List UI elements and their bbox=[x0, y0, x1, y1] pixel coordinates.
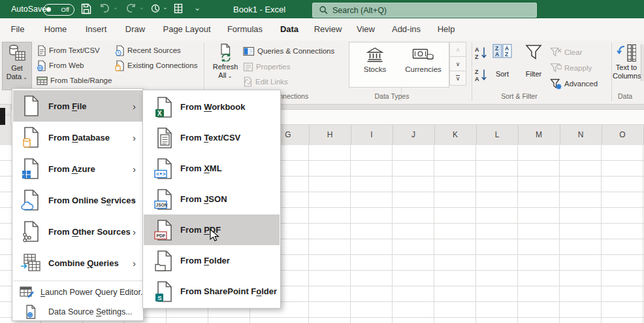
reapply-filter-button: Reapply bbox=[550, 61, 592, 75]
tab-formulas[interactable]: Formulas bbox=[227, 18, 263, 39]
menu-item-combine-queries[interactable]: Combine Queries › bbox=[13, 247, 142, 279]
workbook-file-icon: X bbox=[153, 96, 175, 118]
tab-home[interactable]: Home bbox=[44, 18, 67, 39]
submenu-item-from-xml[interactable]: <•> From XML bbox=[144, 153, 280, 184]
filter-button[interactable]: Filter bbox=[520, 42, 547, 89]
data-source-settings-icon bbox=[20, 305, 42, 319]
tab-data[interactable]: Data bbox=[280, 18, 298, 39]
from-web-button[interactable]: From Web bbox=[37, 59, 84, 72]
svg-text:A: A bbox=[475, 76, 479, 82]
submenu-item-from-sharepoint-folder[interactable]: S From SharePoint Folder bbox=[144, 276, 280, 307]
group-separator bbox=[611, 42, 612, 101]
menu-item-from-azure[interactable]: From Azure › bbox=[13, 153, 142, 184]
filter-funnel-icon bbox=[520, 44, 547, 62]
column-header-o[interactable]: O bbox=[602, 125, 644, 144]
svg-text:X: X bbox=[157, 110, 162, 117]
submenu-arrow-icon: › bbox=[133, 195, 136, 206]
excel-window: AutoSave Off ⌄ ⌄ ⌄ ⌄ Book1 - Excel Searc… bbox=[0, 0, 644, 323]
ttc-label-1: Text to bbox=[613, 63, 640, 72]
get-data-menu: From File › From Database › From Azure ›… bbox=[12, 88, 144, 321]
filter-label: Filter bbox=[520, 70, 547, 78]
gallery-scroll-down-icon[interactable]: ∨ bbox=[449, 56, 466, 71]
folder-file-icon bbox=[153, 250, 175, 272]
column-header-l[interactable]: L bbox=[476, 125, 519, 144]
submenu-arrow-icon: › bbox=[133, 258, 136, 269]
properties-icon bbox=[243, 62, 253, 72]
tab-view[interactable]: View bbox=[357, 18, 375, 39]
menu-item-from-other-sources[interactable]: From Other Sources › bbox=[13, 216, 142, 247]
search-input[interactable]: Search (Alt+Q) bbox=[312, 3, 537, 18]
edit-links-icon bbox=[243, 76, 253, 87]
quick-access-icon[interactable] bbox=[174, 3, 183, 16]
submenu-arrow-icon: › bbox=[133, 226, 136, 237]
svg-text:A: A bbox=[475, 46, 479, 53]
menu-item-launch-power-query-editor[interactable]: Launch Power Query Editor... bbox=[13, 282, 142, 302]
tab-page-layout[interactable]: Page Layout bbox=[163, 18, 210, 39]
tab-add-ins[interactable]: Add-ins bbox=[392, 18, 421, 39]
undo-icon[interactable] bbox=[99, 3, 110, 16]
existing-connections-icon bbox=[115, 60, 125, 71]
advanced-filter-button[interactable]: Advanced bbox=[550, 77, 598, 90]
refresh-all-button[interactable]: Refresh All⌄ bbox=[210, 42, 240, 89]
sort-ascending-button[interactable]: AZ bbox=[474, 46, 489, 63]
sort-descending-button[interactable]: ZA bbox=[474, 68, 489, 85]
stocks-button[interactable]: Stocks bbox=[352, 46, 398, 73]
json-file-icon: JSON bbox=[153, 188, 175, 211]
submenu-item-from-folder[interactable]: From Folder bbox=[144, 245, 280, 276]
reapply-filter-icon bbox=[550, 63, 562, 73]
sort-dialog-icon: Z A A Z bbox=[490, 44, 515, 61]
table-range-icon bbox=[37, 76, 48, 86]
menu-item-from-database[interactable]: From Database › bbox=[13, 122, 142, 153]
gallery-more-icon[interactable]: ∨ bbox=[449, 71, 466, 86]
touch-mode-chevron-icon[interactable]: ⌄ bbox=[163, 4, 168, 10]
group-label-data-tools: Data bbox=[618, 92, 644, 100]
submenu-item-from-workbook[interactable]: X From Workbook bbox=[144, 92, 280, 122]
redo-icon[interactable] bbox=[125, 3, 137, 16]
get-data-button[interactable]: Get Data⌄ bbox=[2, 42, 32, 90]
redo-chevron-icon[interactable]: ⌄ bbox=[139, 4, 144, 10]
toggle-knob bbox=[46, 7, 51, 12]
recent-sources-button[interactable]: Recent Sources bbox=[115, 44, 181, 57]
tab-file[interactable]: File bbox=[11, 18, 25, 39]
text-csv-file-icon bbox=[37, 45, 46, 56]
sort-label: Sort bbox=[490, 70, 515, 78]
submenu-item-from-json[interactable]: JSON From JSON bbox=[144, 184, 280, 214]
ribbon-options-chevron-icon[interactable]: ⌄ bbox=[194, 3, 201, 12]
column-header-j[interactable]: J bbox=[393, 125, 435, 144]
tab-draw[interactable]: Draw bbox=[125, 18, 145, 39]
tab-review[interactable]: Review bbox=[314, 18, 342, 39]
queries-connections-button[interactable]: Queries & Connections bbox=[243, 44, 334, 58]
menu-item-data-source-settings[interactable]: Data Source Settings... bbox=[13, 302, 142, 322]
database-file-icon bbox=[20, 126, 42, 148]
sort-button[interactable]: Z A A Z Sort bbox=[490, 42, 515, 89]
web-globe-icon bbox=[37, 60, 46, 71]
from-text-csv-button[interactable]: From Text/CSV bbox=[37, 44, 100, 57]
touch-mouse-mode-icon[interactable] bbox=[151, 3, 161, 17]
column-header-h[interactable]: H bbox=[309, 125, 351, 144]
submenu-item-from-text-csv[interactable]: From Text/CSV bbox=[144, 122, 280, 153]
search-icon bbox=[319, 6, 328, 14]
menu-item-from-file[interactable]: From File › bbox=[13, 90, 142, 122]
undo-chevron-icon[interactable]: ⌄ bbox=[113, 4, 118, 10]
from-table-range-button[interactable]: From Table/Range bbox=[37, 74, 112, 87]
save-icon[interactable] bbox=[81, 3, 91, 17]
column-header-m[interactable]: M bbox=[518, 125, 560, 144]
text-csv-file-icon bbox=[153, 127, 175, 149]
column-header-n[interactable]: N bbox=[560, 125, 602, 144]
workbook-title: Book1 - Excel bbox=[233, 5, 285, 14]
get-data-chevron-icon: ⌄ bbox=[23, 74, 27, 80]
submenu-arrow-icon: › bbox=[133, 132, 136, 143]
azure-file-icon bbox=[20, 158, 42, 180]
tab-insert[interactable]: Insert bbox=[86, 18, 107, 39]
text-to-columns-button[interactable]: Text to Columns bbox=[613, 42, 640, 89]
menu-item-from-online-services[interactable]: From Online Services › bbox=[13, 184, 142, 216]
currencies-button[interactable]: Currencies bbox=[400, 46, 446, 73]
gallery-scroll-up-icon[interactable]: ∧ bbox=[449, 42, 466, 57]
existing-connections-button[interactable]: Existing Connections bbox=[115, 59, 197, 72]
recent-sources-icon bbox=[115, 45, 125, 56]
column-header-k[interactable]: K bbox=[434, 125, 477, 144]
autosave-toggle[interactable]: Off bbox=[43, 4, 74, 16]
column-header-i[interactable]: I bbox=[351, 125, 393, 144]
tab-help[interactable]: Help bbox=[438, 18, 455, 39]
mouse-cursor bbox=[210, 229, 221, 242]
